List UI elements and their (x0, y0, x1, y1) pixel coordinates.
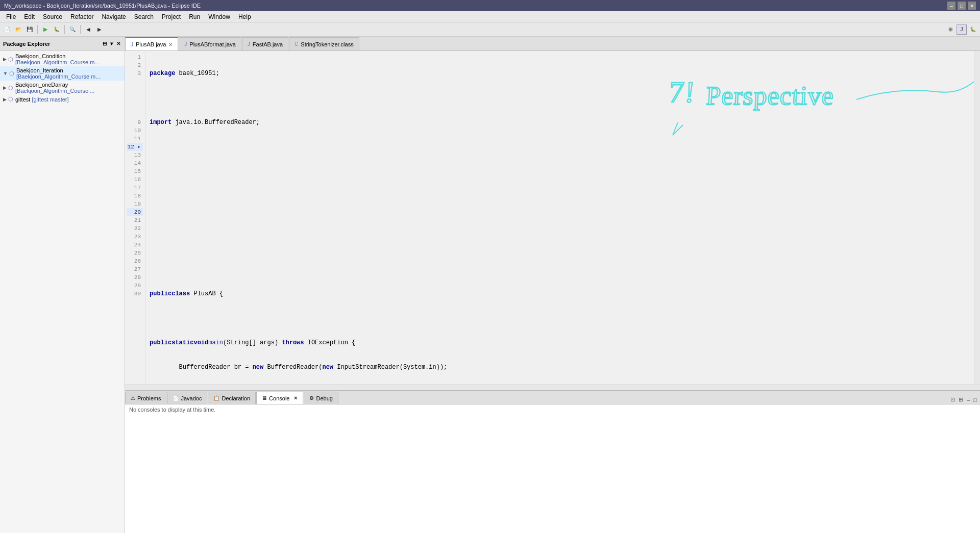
bottom-panel-header-icons: ⊡ ⊞ – □ (949, 395, 980, 404)
tree-item-baekjoon-iteration[interactable]: ▼ ⬡ Baekjoon_Iteration [Baekjoon_Algorit… (0, 66, 125, 81)
tree-item-baekjoon-condition[interactable]: ▶ ⬡ Baekjoon_Condition [Baekjoon_Algorit… (0, 52, 125, 66)
new-button[interactable]: 📄 (2, 24, 12, 35)
tab-plusabformat-java[interactable]: J PlusABformat.java (179, 37, 241, 50)
title-bar: My_workspace - Baekjoon_Iteration/src/ba… (0, 0, 980, 11)
code-line-9 (150, 265, 970, 273)
center-column: J PlusAB.java ✕ J PlusABformat.java J Fa… (125, 37, 980, 533)
code-line-3: import java.io.BufferedReader; (150, 118, 970, 126)
ln-8 (127, 110, 143, 118)
panel-icon-1[interactable]: ⊡ (949, 395, 956, 404)
console-text: No consoles to display at this time. (129, 407, 215, 413)
panel-maximize-icon[interactable]: □ (972, 396, 978, 404)
ln-30: 30 (127, 290, 143, 298)
ln-19: 19 (127, 200, 143, 208)
code-line-7 (150, 216, 970, 224)
tree-expand-icon: ▶ (3, 57, 7, 62)
menu-search[interactable]: Search (130, 12, 158, 21)
ln-18: 18 (127, 192, 143, 200)
perspective-button[interactable]: ⊞ (945, 24, 955, 35)
console-close-icon[interactable]: ✕ (293, 395, 298, 401)
menu-project[interactable]: Project (158, 12, 185, 21)
menu-window[interactable]: Window (204, 12, 234, 21)
menu-help[interactable]: Help (234, 12, 255, 21)
code-editor-content[interactable]: package baek_10951; import java.io.Buffe… (145, 51, 974, 384)
ln-3: 3 (127, 69, 143, 78)
bottom-tab-problems[interactable]: ⚠ Problems (125, 392, 166, 404)
tab-plusab-java[interactable]: J PlusAB.java ✕ (125, 37, 178, 50)
ln-29: 29 (127, 282, 143, 290)
tree-expand-icon-3: ▶ (3, 85, 7, 90)
toolbar-separator-2 (64, 25, 65, 34)
code-line-6 (150, 192, 970, 200)
sidebar-tree: ▶ ⬡ Baekjoon_Condition [Baekjoon_Algorit… (0, 51, 125, 533)
problems-icon: ⚠ (131, 395, 135, 401)
menu-source[interactable]: Source (39, 12, 66, 21)
minimize-button[interactable]: – (947, 2, 955, 10)
bottom-tab-javadoc[interactable]: 📄 Javadoc (167, 392, 207, 404)
bottom-tab-console-label: Console (269, 395, 289, 401)
ln-27: 27 (127, 265, 143, 273)
run-button[interactable]: ▶ (40, 24, 51, 35)
bottom-tab-declaration-label: Declaration (222, 395, 250, 401)
bottom-tab-declaration[interactable]: 📋 Declaration (208, 392, 256, 404)
ln-13: 13 (127, 151, 143, 159)
main-layout: Package Explorer ⊟ ▾ ✕ ▶ ⬡ Baekjoon_Cond… (0, 37, 980, 533)
ln-11: 11 (127, 135, 143, 143)
save-button[interactable]: 💾 (24, 24, 35, 35)
ln-17: 17 (127, 184, 143, 192)
horizontal-scrollbar[interactable] (125, 384, 980, 390)
tree-label-2: Baekjoon_Iteration [Baekjoon_Algorithm_C… (16, 67, 121, 80)
tab-class-icon: C (295, 41, 298, 47)
tree-item-gittest[interactable]: ▶ ⬡ gittest [gittest master] (0, 95, 125, 104)
panel-minimize-icon[interactable]: – (966, 396, 971, 404)
forward-button[interactable]: ▶ (94, 24, 105, 35)
debug-perspective-btn[interactable]: 🐛 (968, 24, 978, 35)
sidebar-collapse-icon[interactable]: ⊟ (102, 40, 108, 47)
code-line-5 (150, 167, 970, 175)
console-content: No consoles to display at this time. (125, 404, 980, 533)
bottom-tab-javadoc-label: Javadoc (181, 395, 202, 401)
sidebar-close-icon[interactable]: ✕ (115, 40, 121, 47)
bottom-tab-console[interactable]: 🖥 Console ✕ (256, 392, 303, 404)
bottom-tab-problems-label: Problems (137, 395, 161, 401)
search-toolbar-button[interactable]: 🔍 (67, 24, 78, 35)
close-window-button[interactable]: ✕ (968, 2, 976, 10)
line-numbers: 1 2 3 9 10 11 12 ▸ 13 14 15 16 17 18 19 … (125, 51, 145, 384)
sidebar: Package Explorer ⊟ ▾ ✕ ▶ ⬡ Baekjoon_Cond… (0, 37, 125, 533)
ln-14: 14 (127, 159, 143, 167)
ln-9: 9 (127, 118, 143, 126)
javadoc-icon: 📄 (173, 395, 179, 401)
tab-close-icon[interactable]: ✕ (168, 42, 173, 47)
panel-icon-2[interactable]: ⊞ (958, 395, 964, 404)
tree-item-baekjoon-onedarray[interactable]: ▶ ⬡ Baekjoon_oneDarray [Baekjoon_Algorit… (0, 81, 125, 95)
code-line-11 (150, 314, 970, 322)
menu-refactor[interactable]: Refactor (66, 12, 97, 21)
code-line-12: public static void main(String[] args) t… (150, 339, 970, 347)
ln-10: 10 (127, 126, 143, 135)
menu-navigate[interactable]: Navigate (97, 12, 130, 21)
ln-21: 21 (127, 216, 143, 224)
ln-20: 20 (127, 208, 143, 216)
bottom-panel: ⚠ Problems 📄 Javadoc 📋 Declaration 🖥 Con… (125, 390, 980, 533)
menu-file[interactable]: File (2, 12, 20, 21)
toolbar-separator-1 (37, 25, 38, 34)
ln-1: 1 (127, 53, 143, 61)
tab-stringtokenizer-class[interactable]: C StringTokenizer.class (289, 37, 359, 50)
menu-run[interactable]: Run (185, 12, 204, 21)
back-button[interactable]: ◀ (83, 24, 93, 35)
toolbar-separator-3 (80, 25, 81, 34)
sidebar-menu-icon[interactable]: ▾ (109, 40, 114, 47)
open-button[interactable]: 📂 (13, 24, 23, 35)
tab-label: PlusAB.java (136, 41, 166, 47)
right-gutter-scrollbar[interactable] (974, 51, 980, 384)
maximize-button[interactable]: □ (958, 2, 966, 10)
tab-fastab-java[interactable]: J FastAB.java (242, 37, 288, 50)
ln-6 (127, 94, 143, 102)
tab-java-icon: J (131, 42, 133, 47)
project-icon-4: ⬡ (8, 96, 13, 103)
bottom-tab-debug[interactable]: ⚙ Debug (304, 392, 338, 404)
java-perspective-btn[interactable]: J (957, 24, 967, 35)
menu-edit[interactable]: Edit (20, 12, 39, 21)
debug-button[interactable]: 🐛 (52, 24, 62, 35)
debug-icon: ⚙ (309, 395, 314, 401)
